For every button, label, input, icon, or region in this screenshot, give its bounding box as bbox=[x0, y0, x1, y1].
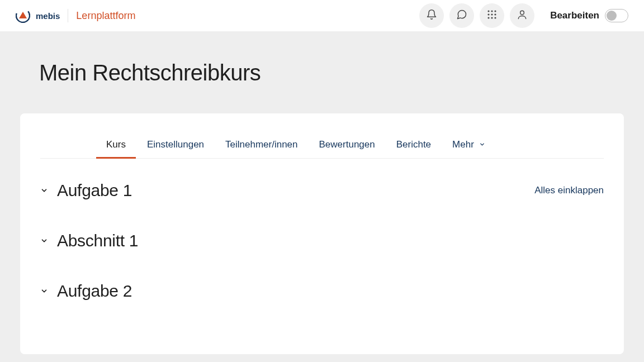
notifications-button[interactable] bbox=[419, 3, 444, 28]
svg-point-10 bbox=[520, 11, 524, 15]
tab-bar: Kurs Einstellungen Teilnehmer/innen Bewe… bbox=[40, 131, 604, 159]
logo[interactable]: mebis bbox=[16, 8, 60, 23]
toggle-knob bbox=[607, 11, 617, 21]
tab-label: Bewertungen bbox=[319, 139, 375, 150]
user-icon bbox=[517, 9, 528, 22]
header: mebis Lernplattform bbox=[0, 0, 644, 31]
page-title: Mein Rechtschreibkurs bbox=[39, 60, 624, 85]
tab-kurs[interactable]: Kurs bbox=[106, 131, 126, 158]
chevron-down-icon bbox=[479, 139, 485, 150]
svg-point-4 bbox=[488, 13, 490, 15]
section-row: Abschnitt 1 bbox=[40, 231, 604, 250]
tab-mehr[interactable]: Mehr bbox=[452, 131, 485, 158]
platform-name[interactable]: Lernplattform bbox=[76, 10, 135, 22]
tab-einstellungen[interactable]: Einstellungen bbox=[147, 131, 204, 158]
grid-icon bbox=[487, 9, 497, 22]
tab-label: Teilnehmer/innen bbox=[225, 139, 297, 150]
collapse-all-link[interactable]: Alles einklappen bbox=[534, 185, 604, 196]
section-title: Abschnitt 1 bbox=[57, 231, 138, 250]
edit-toggle[interactable] bbox=[605, 9, 628, 22]
svg-point-3 bbox=[495, 10, 496, 12]
chevron-down-icon bbox=[40, 237, 48, 245]
tab-berichte[interactable]: Berichte bbox=[396, 131, 431, 158]
header-right: Bearbeiten bbox=[419, 3, 628, 28]
section-toggle[interactable]: Abschnitt 1 bbox=[40, 231, 138, 250]
svg-point-6 bbox=[495, 13, 496, 15]
edit-mode-section: Bearbeiten bbox=[550, 9, 628, 22]
profile-button[interactable] bbox=[510, 3, 534, 28]
svg-point-2 bbox=[491, 10, 493, 12]
section-toggle[interactable]: Aufgabe 2 bbox=[40, 282, 132, 301]
section-row: Aufgabe 1 Alles einklappen bbox=[40, 181, 604, 200]
tab-label: Einstellungen bbox=[147, 139, 204, 150]
section-title: Aufgabe 1 bbox=[57, 181, 132, 200]
course-card: Kurs Einstellungen Teilnehmer/innen Bewe… bbox=[20, 113, 624, 354]
header-left: mebis Lernplattform bbox=[16, 8, 135, 23]
section-toggle[interactable]: Aufgabe 1 bbox=[40, 181, 132, 200]
chevron-down-icon bbox=[40, 287, 48, 295]
page-body: Mein Rechtschreibkurs Kurs Einstellungen… bbox=[0, 60, 644, 354]
section-row: Aufgabe 2 bbox=[40, 282, 604, 301]
svg-point-9 bbox=[495, 17, 496, 18]
tab-teilnehmer[interactable]: Teilnehmer/innen bbox=[225, 131, 297, 158]
divider bbox=[68, 9, 68, 22]
edit-label: Bearbeiten bbox=[550, 10, 599, 21]
chevron-down-icon bbox=[40, 187, 48, 194]
chat-icon bbox=[456, 9, 467, 22]
svg-point-8 bbox=[491, 17, 493, 18]
svg-point-1 bbox=[488, 10, 490, 12]
tab-bewertungen[interactable]: Bewertungen bbox=[319, 131, 375, 158]
bell-icon bbox=[426, 9, 437, 22]
mebis-logo-icon bbox=[16, 8, 30, 23]
svg-point-5 bbox=[491, 13, 493, 15]
tab-label: Kurs bbox=[106, 139, 126, 150]
section-title: Aufgabe 2 bbox=[57, 282, 132, 301]
tab-label: Mehr bbox=[452, 139, 474, 150]
apps-button[interactable] bbox=[480, 3, 504, 28]
messages-button[interactable] bbox=[449, 3, 474, 28]
brand-name: mebis bbox=[36, 11, 60, 21]
tab-label: Berichte bbox=[396, 139, 431, 150]
svg-point-7 bbox=[488, 17, 490, 18]
